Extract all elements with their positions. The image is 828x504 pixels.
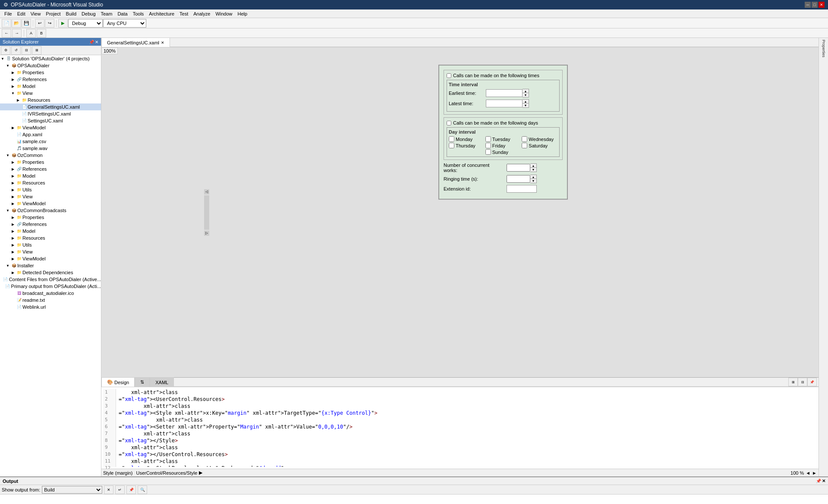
expand-arrow[interactable]: ▶ (10, 269, 16, 276)
menu-item-test[interactable]: Test (177, 9, 191, 18)
expand-arrow[interactable]: ▶ (10, 214, 16, 221)
expand-arrow[interactable]: ▶ (10, 124, 16, 131)
tree-item[interactable]: ▶🔗 References (0, 166, 101, 172)
latest-up-btn[interactable]: ▲ (523, 100, 529, 103)
tree-item[interactable]: ▶📁 View (0, 193, 101, 200)
expand-arrow[interactable]: ▶ (10, 241, 16, 248)
close-button[interactable]: ✕ (819, 2, 825, 8)
right-sidebar-label[interactable]: Properties (821, 39, 827, 58)
tree-item[interactable]: ▶📁 Properties (0, 159, 101, 166)
xaml-expand-btn[interactable]: ⊞ (788, 378, 798, 386)
menu-item-architecture[interactable]: Architecture (146, 9, 177, 18)
tree-item[interactable]: ▶📁 Model (0, 172, 101, 179)
saturday-check[interactable] (522, 143, 527, 148)
tree-item[interactable]: ▼📦 OzCommonBroadcasts (0, 207, 101, 214)
menu-item-team[interactable]: Team (98, 9, 115, 18)
xaml-scroll-left[interactable]: ◄ (806, 470, 810, 476)
tree-item[interactable]: ▼📦 OzCommon (0, 152, 101, 159)
concurrent-down-btn[interactable]: ▼ (530, 168, 536, 172)
output-pin2-btn[interactable]: 📌 (126, 485, 136, 494)
menu-item-window[interactable]: Window (213, 9, 235, 18)
tree-item[interactable]: ▶📁 View (0, 248, 101, 255)
latest-time-input[interactable] (486, 100, 523, 107)
se-expand-btn[interactable]: ⊞ (32, 46, 41, 55)
tree-item[interactable]: ▶📁 Properties (0, 69, 101, 76)
platform-select[interactable]: Any CPU (103, 19, 146, 28)
output-pin-btn[interactable]: 📌 (816, 479, 821, 483)
debug-mode-select[interactable]: Debug (68, 19, 103, 28)
tree-item[interactable]: ▶🔗 References (0, 221, 101, 228)
tree-item[interactable]: ▶📁 Detected Dependencies (0, 269, 101, 276)
split-tab[interactable]: ⇅ (135, 377, 150, 387)
output-clear-btn[interactable]: ✕ (104, 485, 113, 494)
save-btn[interactable]: 💾 (22, 19, 31, 28)
expand-arrow[interactable]: ▶ (16, 97, 21, 103)
tree-item[interactable]: 📄 SettingsUC.xaml (0, 117, 101, 124)
tree-item[interactable]: 📊 sample.csv (0, 138, 101, 145)
extension-input[interactable] (507, 185, 537, 193)
se-pin-btn[interactable]: 📌 (89, 40, 94, 44)
tree-item[interactable]: 🎵 sample.wav (0, 145, 101, 152)
expand-arrow[interactable]: ▶ (10, 248, 16, 255)
menu-item-data[interactable]: Data (115, 9, 130, 18)
tree-item[interactable]: 📝 readme.txt (0, 297, 101, 304)
xaml-collapse-btn[interactable]: ⊟ (798, 378, 807, 386)
concurrent-input[interactable] (507, 164, 530, 172)
tree-item[interactable]: ▼🗄 Solution 'OPSAutoDialer' (4 projects) (0, 55, 101, 62)
monday-check[interactable] (449, 136, 454, 142)
tree-item[interactable]: ▶📁 ViewModel (0, 255, 101, 262)
friday-check[interactable] (485, 143, 491, 148)
tree-item[interactable]: ▶📁 Resources (0, 97, 101, 103)
new-project-btn[interactable]: 📄 (2, 19, 11, 28)
open-btn[interactable]: 📂 (12, 19, 21, 28)
output-wrap-btn[interactable]: ↵ (115, 485, 125, 494)
expand-arrow[interactable]: ▼ (10, 90, 16, 97)
output-close-btn[interactable]: ✕ (822, 479, 825, 483)
menu-item-debug[interactable]: Debug (79, 9, 98, 18)
tree-item[interactable]: ▶📁 Properties (0, 214, 101, 221)
tree-item[interactable]: ▶📁 Resources (0, 179, 101, 186)
resize-handle[interactable] (204, 195, 209, 230)
expand-arrow[interactable]: ▶ (10, 193, 16, 200)
tree-item[interactable]: 🖼 broadcast_autodialer.ico (0, 290, 101, 297)
format-btn[interactable]: A (26, 29, 36, 38)
wednesday-check[interactable] (522, 136, 527, 142)
menu-item-build[interactable]: Build (63, 9, 79, 18)
latest-down-btn[interactable]: ▼ (523, 103, 529, 107)
menu-item-project[interactable]: Project (43, 9, 63, 18)
tree-item[interactable]: 📄 Primary output from OPSAutoDialer (Act… (0, 283, 101, 290)
tuesday-check[interactable] (485, 136, 491, 142)
tree-item[interactable]: 📄 Weblink.url (0, 304, 101, 310)
tree-item[interactable]: ▶📁 Model (0, 228, 101, 235)
show-output-select[interactable]: Build (42, 486, 102, 494)
output-header-controls[interactable]: 📌 ✕ (816, 479, 825, 483)
expand-arrow[interactable]: ▼ (0, 55, 5, 62)
bold-btn[interactable]: B (37, 29, 46, 38)
expand-arrow[interactable]: ▶ (10, 166, 16, 172)
tree-item[interactable]: ▶🔗 References (0, 76, 101, 83)
expand-arrow[interactable]: ▼ (5, 207, 10, 214)
tree-item[interactable]: ▶📁 Model (0, 83, 101, 90)
tree-item[interactable]: ▼📁 View (0, 90, 101, 97)
earliest-up-btn[interactable]: ▲ (523, 89, 529, 93)
se-prop-btn[interactable]: ⚙ (1, 46, 10, 55)
undo-btn[interactable]: ↩ (35, 19, 44, 28)
nav-fwd-btn[interactable]: → (12, 29, 22, 38)
window-controls[interactable]: ─ □ ✕ (805, 2, 825, 8)
xaml-pin-btn[interactable]: 📌 (807, 378, 817, 386)
expand-arrow[interactable]: ▶ (10, 228, 16, 235)
se-collapse-btn[interactable]: ⊟ (22, 46, 31, 55)
expand-arrow[interactable]: ▶ (10, 255, 16, 262)
earliest-time-input[interactable] (486, 89, 523, 97)
se-refresh-btn[interactable]: ↺ (11, 46, 21, 55)
menu-item-analyze[interactable]: Analyze (191, 9, 213, 18)
xaml-tab[interactable]: XAML (150, 377, 174, 387)
expand-arrow[interactable]: ▶ (10, 221, 16, 228)
thursday-check[interactable] (449, 143, 454, 148)
expand-arrow[interactable]: ▶ (10, 69, 16, 76)
expand-arrow[interactable]: ▶ (10, 83, 16, 90)
output-find-btn[interactable]: 🔍 (138, 485, 147, 494)
expand-arrow[interactable]: ▶ (10, 76, 16, 83)
times-checkbox[interactable] (447, 73, 451, 78)
expand-left-btn[interactable]: ▷ (204, 231, 209, 236)
